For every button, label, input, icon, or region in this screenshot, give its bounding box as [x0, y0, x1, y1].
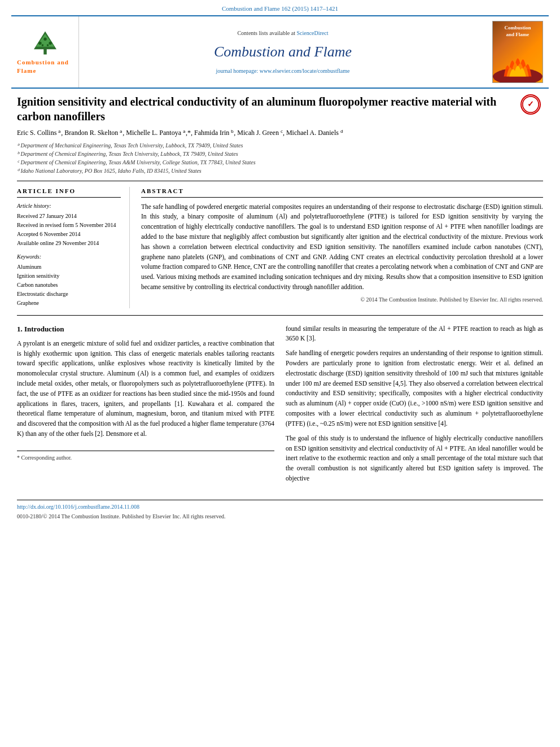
citation-text: Combustion and Flame 162 (2015) 1417–142… [222, 5, 338, 12]
intro-right-para-3: The goal of this study is to understand … [286, 434, 543, 484]
contents-available: Contents lists available at ScienceDirec… [90, 29, 475, 37]
article-info-label: ARTICLE INFO [17, 187, 121, 197]
svg-point-7 [46, 44, 49, 46]
history-label: Article history: [17, 202, 121, 210]
keyword-5: Graphene [17, 299, 121, 307]
keywords-label: Keywords: [17, 253, 121, 261]
journal-cover-section: Combustionand Flame [487, 16, 549, 88]
intro-right-para-2: Safe handling of energetic powders requi… [286, 348, 543, 429]
affiliation-b: ᵇ Department of Chemical Engineering, Te… [17, 150, 515, 158]
crossmark-icon: ✓ [522, 94, 540, 115]
abstract-text: The safe handling of powdered energetic … [141, 202, 543, 292]
accepted-date: Accepted 6 November 2014 [17, 230, 121, 238]
elsevier-text: Combustion and Flame [17, 58, 73, 76]
article-title-section: Ignition sensitivity and electrical cond… [17, 94, 543, 181]
svg-point-6 [41, 44, 43, 46]
journal-header: Combustion and Flame Contents lists avai… [11, 15, 549, 89]
keyword-3: Carbon nanotubes [17, 281, 121, 289]
header-citation: Combustion and Flame 162 (2015) 1417–142… [0, 0, 560, 15]
copyright-line: © 2014 The Combustion Institute. Publish… [141, 296, 543, 304]
online-date: Available online 29 November 2014 [17, 239, 121, 247]
journal-homepage: journal homepage: www.elsevier.com/locat… [90, 67, 475, 75]
authors: Eric S. Collins ᵃ, Brandon R. Skelton ᵃ,… [17, 129, 343, 137]
footer-doi: http://dx.doi.org/10.1016/j.combustflame… [17, 503, 543, 511]
journal-cover: Combustionand Flame [492, 21, 543, 83]
article-title-text: Ignition sensitivity and electrical cond… [17, 94, 515, 175]
sciencedirect-link[interactable]: ScienceDirect [296, 30, 328, 36]
revised-date: Received in revised form 5 November 2014 [17, 221, 121, 229]
svg-point-4 [43, 37, 46, 40]
page-footer: http://dx.doi.org/10.1016/j.combustflame… [17, 500, 543, 521]
main-content: Ignition sensitivity and electrical cond… [17, 89, 543, 493]
received-date: Received 27 January 2014 [17, 212, 121, 220]
body-right-column: found similar results in measuring the t… [286, 324, 543, 488]
intro-left-para: A pyrolant is an energetic mixture of so… [17, 339, 274, 439]
elsevier-logo: Combustion and Flame [17, 29, 73, 76]
intro-title: 1. Introduction [17, 324, 274, 334]
keywords-section: Keywords: Aluminum Ignition sensitivity … [17, 253, 121, 307]
footnote-corresponding: * Corresponding author. [17, 454, 274, 462]
crossmark-logo: ✓ [520, 94, 541, 115]
abstract-label: ABSTRACT [141, 187, 543, 197]
cover-flame-icon [493, 49, 542, 82]
body-left-column: 1. Introduction A pyrolant is an energet… [17, 324, 274, 488]
authors-line: Eric S. Collins ᵃ, Brandon R. Skelton ᵃ,… [17, 128, 515, 138]
abstract-section: ABSTRACT The safe handling of powdered e… [141, 187, 543, 308]
keyword-1: Aluminum [17, 263, 121, 271]
footer-issn: 0010-2180/© 2014 The Combustion Institut… [17, 513, 543, 521]
affiliation-a: ᵃ Department of Mechanical Engineering, … [17, 141, 515, 150]
article-title: Ignition sensitivity and electrical cond… [17, 94, 515, 124]
elsevier-logo-section: Combustion and Flame [11, 16, 79, 88]
affiliation-d: ᵈ Idaho National Laboratory, PO Box 1625… [17, 167, 515, 175]
affiliation-c: ᶜ Department of Chemical Engineering, Te… [17, 158, 515, 167]
svg-text:✓: ✓ [527, 100, 534, 109]
svg-point-5 [49, 42, 51, 45]
cover-title-text: Combustionand Flame [504, 25, 531, 38]
body-content: 1. Introduction A pyrolant is an energet… [17, 324, 543, 488]
intro-right-para-1: found similar results in measuring the t… [286, 324, 543, 344]
elsevier-tree-icon [28, 29, 62, 57]
article-info-column: ARTICLE INFO Article history: Received 2… [17, 187, 130, 308]
info-abstract-section: ARTICLE INFO Article history: Received 2… [17, 187, 543, 315]
keyword-4: Electrostatic discharge [17, 290, 121, 298]
journal-title-section: Contents lists available at ScienceDirec… [79, 16, 487, 88]
footnote-section: * Corresponding author. [17, 451, 274, 462]
journal-title: Combustion and Flame [90, 42, 475, 62]
keyword-2: Ignition sensitivity [17, 272, 121, 280]
crossmark-section: ✓ [520, 94, 543, 115]
svg-point-3 [38, 42, 41, 45]
affiliations: ᵃ Department of Mechanical Engineering, … [17, 141, 515, 175]
